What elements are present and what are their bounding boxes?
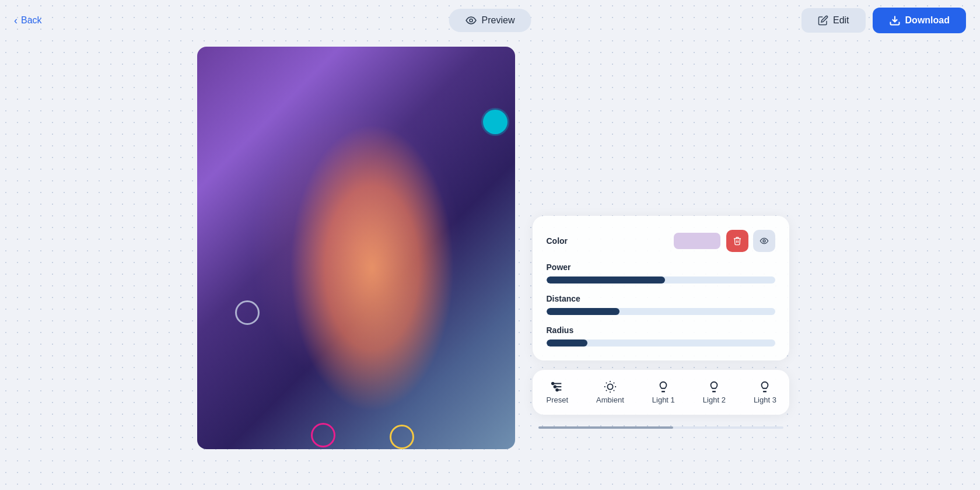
- svg-point-8: [556, 389, 558, 391]
- back-button[interactable]: ‹ Back: [14, 15, 42, 27]
- color-label: Color: [547, 236, 568, 246]
- tab-ambient[interactable]: Ambient: [582, 376, 638, 409]
- light-dot-yellow[interactable]: [390, 425, 414, 449]
- radius-label: Radius: [547, 326, 775, 335]
- tab-light2[interactable]: Light 2: [689, 376, 740, 409]
- svg-point-2: [763, 240, 765, 242]
- download-button[interactable]: Download: [873, 8, 966, 33]
- tab-light2-label: Light 2: [703, 396, 726, 404]
- color-swatch[interactable]: [674, 233, 720, 249]
- svg-point-7: [554, 386, 556, 388]
- edit-button[interactable]: Edit: [802, 8, 866, 33]
- svg-line-13: [614, 390, 614, 391]
- portrait-image: [197, 47, 515, 449]
- tab-light3[interactable]: Light 3: [740, 376, 789, 409]
- sliders-icon: [551, 380, 564, 393]
- color-action-buttons: [726, 230, 775, 252]
- tab-light3-label: Light 3: [754, 396, 776, 404]
- light-controls-card: Color: [533, 216, 789, 360]
- tab-preset-label: Preset: [547, 396, 569, 404]
- power-label: Power: [547, 262, 775, 272]
- power-slider-fill: [547, 276, 666, 284]
- app-container: ‹ Back Preview Edit: [0, 0, 980, 490]
- preview-label: Preview: [482, 15, 515, 26]
- header-center: Preview: [449, 9, 531, 32]
- svg-point-9: [607, 384, 612, 389]
- preview-button[interactable]: Preview: [449, 9, 531, 32]
- tabs-bar: Preset Ambient: [533, 370, 789, 415]
- svg-point-6: [552, 383, 554, 385]
- pencil-icon: [818, 15, 828, 26]
- right-panel: Color: [515, 41, 807, 445]
- color-row: Color: [547, 230, 775, 252]
- distance-slider-track[interactable]: [547, 308, 775, 315]
- svg-line-12: [606, 383, 607, 383]
- chevron-left-icon: ‹: [14, 15, 18, 27]
- light-dot-pink[interactable]: [311, 423, 335, 447]
- power-slider-track[interactable]: [547, 276, 775, 284]
- distance-label: Distance: [547, 294, 775, 303]
- distance-control: Distance: [547, 294, 775, 315]
- tab-light1-label: Light 1: [652, 396, 675, 404]
- radius-control: Radius: [547, 326, 775, 346]
- bulb-icon-2: [708, 380, 720, 393]
- eye-icon-btn: [760, 236, 769, 246]
- color-swatch-area: [674, 230, 775, 252]
- sun-icon: [604, 380, 617, 393]
- trash-icon: [733, 236, 742, 246]
- back-label: Back: [21, 15, 42, 26]
- distance-slider-fill: [547, 308, 620, 315]
- toggle-visibility-button[interactable]: [753, 230, 775, 252]
- radius-slider-track[interactable]: [547, 340, 775, 346]
- eye-icon: [466, 15, 477, 26]
- download-icon: [889, 15, 901, 26]
- download-label: Download: [905, 15, 950, 26]
- light-dot-gray[interactable]: [235, 300, 260, 325]
- power-control: Power: [547, 262, 775, 284]
- tab-ambient-label: Ambient: [596, 396, 624, 404]
- delete-light-button[interactable]: [726, 230, 748, 252]
- svg-line-17: [614, 383, 614, 383]
- bulb-icon-3: [758, 380, 771, 393]
- tab-preset[interactable]: Preset: [533, 376, 583, 409]
- radius-slider-fill: [547, 340, 588, 346]
- tabs-scrollbar-container: [533, 424, 789, 433]
- light-dot-teal[interactable]: [483, 110, 508, 134]
- svg-point-0: [470, 19, 473, 22]
- image-container: [197, 47, 515, 449]
- face-overlay: [197, 47, 515, 449]
- header: ‹ Back Preview Edit: [0, 0, 980, 41]
- tabs-scrollbar-thumb: [538, 426, 673, 429]
- edit-label: Edit: [833, 15, 849, 26]
- bulb-icon-1: [657, 380, 670, 393]
- tabs-scrollbar-track[interactable]: [538, 426, 783, 429]
- header-right: Edit Download: [802, 8, 966, 33]
- tab-light1[interactable]: Light 1: [638, 376, 689, 409]
- main-content: Color: [0, 41, 980, 490]
- svg-line-16: [606, 390, 607, 391]
